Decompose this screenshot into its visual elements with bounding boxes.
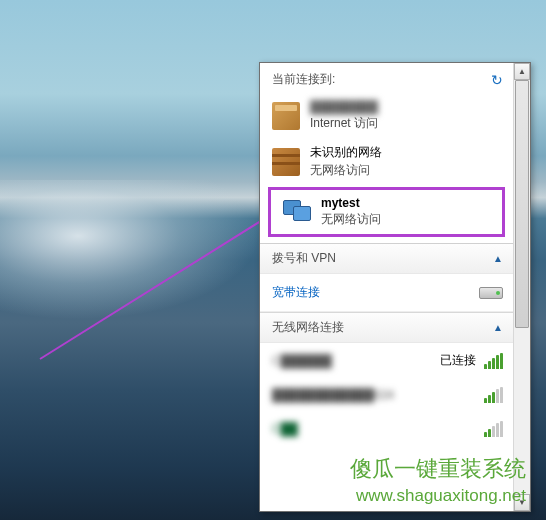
network-flyout-panel: 当前连接到: ↻ ████████ Internet 访问 未识别的网络 无网络…: [259, 62, 531, 512]
wallpaper-beach: [0, 180, 260, 320]
panel-scrollbar[interactable]: ▲ ▼: [513, 63, 530, 511]
wifi-name: C██████: [272, 354, 332, 368]
wireless-section-header[interactable]: 无线网络连接 ▲: [260, 312, 513, 343]
monitors-icon: [283, 198, 311, 226]
scroll-thumb[interactable]: [515, 80, 529, 328]
watermark: 傻瓜一键重装系统 www.shaguaxitong.net: [350, 454, 526, 506]
wifi-network-item[interactable]: C██: [260, 412, 513, 446]
connection-status: 无网络访问: [321, 211, 381, 228]
wifi-network-item[interactable]: ████████████024: [260, 378, 513, 412]
bench-icon: [272, 148, 300, 176]
router-icon: [272, 102, 300, 130]
signal-bars-icon: [484, 421, 503, 437]
connection-status: Internet 访问: [310, 115, 378, 132]
modem-icon: [479, 287, 503, 299]
panel-title: 当前连接到:: [272, 71, 335, 88]
wifi-network-item[interactable]: C██████ 已连接: [260, 343, 513, 378]
watermark-url: www.shaguaxitong.net: [350, 486, 526, 506]
section-title: 无线网络连接: [272, 319, 344, 336]
watermark-title: 傻瓜一键重装系统: [350, 454, 526, 484]
connection-name: 未识别的网络: [310, 144, 382, 161]
broadband-connection-item[interactable]: 宽带连接: [260, 274, 513, 312]
connection-name: ████████: [310, 100, 378, 114]
panel-header: 当前连接到: ↻: [260, 63, 513, 94]
chevron-up-icon: ▲: [493, 322, 503, 333]
highlighted-network: mytest 无网络访问: [268, 187, 505, 237]
section-title: 拨号和 VPN: [272, 250, 336, 267]
mytest-network-item[interactable]: mytest 无网络访问: [271, 190, 502, 234]
signal-bars-icon: [484, 353, 503, 369]
wifi-name: ████████████024: [272, 388, 394, 402]
connected-label: 已连接: [440, 352, 476, 369]
chevron-up-icon: ▲: [493, 253, 503, 264]
wifi-name: C██: [272, 422, 298, 436]
dialup-vpn-section-header[interactable]: 拨号和 VPN ▲: [260, 243, 513, 274]
scroll-track[interactable]: [514, 80, 530, 494]
scroll-up-button[interactable]: ▲: [514, 63, 530, 80]
broadband-label: 宽带连接: [272, 284, 320, 301]
refresh-icon[interactable]: ↻: [491, 72, 503, 88]
current-connection-item[interactable]: ████████ Internet 访问: [260, 94, 513, 138]
unidentified-network-item[interactable]: 未识别的网络 无网络访问: [260, 138, 513, 185]
signal-bars-icon: [484, 387, 503, 403]
connection-name: mytest: [321, 196, 381, 210]
connection-status: 无网络访问: [310, 162, 382, 179]
